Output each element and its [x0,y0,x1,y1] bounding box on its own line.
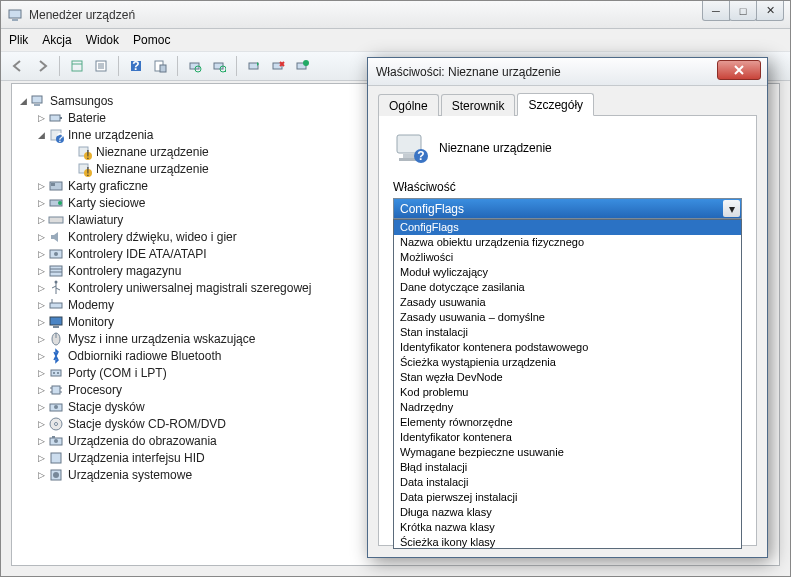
update-driver-button[interactable] [243,55,265,77]
show-hide-tree-button[interactable] [66,55,88,77]
tree-item-label: Procesory [68,383,122,397]
forward-button[interactable] [31,55,53,77]
svg-point-65 [54,439,58,443]
tab-general[interactable]: Ogólne [378,94,439,116]
dropdown-item[interactable]: Krótka nazwa klasy [394,520,741,535]
expand-icon[interactable]: ◢ [34,130,48,140]
svg-point-53 [53,372,55,374]
titlebar[interactable]: Menedżer urządzeń ─ □ ✕ [1,1,790,29]
expand-icon[interactable]: ▷ [34,436,48,446]
tree-item-label: Kontrolery IDE ATA/ATAPI [68,247,207,261]
expand-icon[interactable]: ▷ [34,266,48,276]
dropdown-item[interactable]: Kod problemu [394,385,741,400]
expand-icon[interactable]: ▷ [34,317,48,327]
svg-point-42 [54,252,58,256]
tree-item-label: Karty graficzne [68,179,148,193]
tree-item-label: Stacje dysków CD-ROM/DVD [68,417,226,431]
expand-icon[interactable]: ▷ [34,300,48,310]
tab-driver[interactable]: Sterownik [441,94,516,116]
svg-rect-37 [51,183,55,186]
dropdown-item[interactable]: Identyfikator kontenera podstawowego [394,340,741,355]
dropdown-item[interactable]: ConfigFlags [394,220,741,235]
expand-icon[interactable]: ▷ [34,215,48,225]
scan-hardware-button[interactable] [184,55,206,77]
dropdown-item[interactable]: Moduł wyliczający [394,265,741,280]
tab-details[interactable]: Szczegóły [517,93,594,116]
minimize-button[interactable]: ─ [702,1,730,21]
dropdown-item[interactable]: Nadrzędny [394,400,741,415]
dropdown-item[interactable]: Długa nazwa klasy [394,505,741,520]
svg-rect-48 [50,317,62,325]
menu-file[interactable]: Plik [9,33,28,47]
property-dropdown-list[interactable]: ConfigFlagsNazwa obiektu urządzenia fizy… [393,219,742,549]
uninstall-button[interactable] [267,55,289,77]
svg-rect-40 [49,217,63,223]
dialog-titlebar[interactable]: Właściwości: Nieznane urządzenie [368,58,767,86]
chevron-down-icon[interactable]: ▾ [723,200,740,217]
tree-item-label: Inne urządzenia [68,128,153,142]
svg-line-16 [225,71,226,72]
window-title: Menedżer urządzeń [29,8,784,22]
dropdown-item[interactable]: Ścieżka ikony klasy [394,535,741,549]
tree-item-label: Nieznane urządzenie [96,162,209,176]
expand-icon[interactable]: ▷ [34,419,48,429]
menu-help[interactable]: Pomoc [133,33,170,47]
menu-view[interactable]: Widok [86,33,119,47]
expand-icon[interactable]: ▷ [34,113,48,123]
svg-rect-66 [52,436,55,438]
expand-icon[interactable]: ▷ [34,351,48,361]
maximize-button[interactable]: □ [729,1,757,21]
dropdown-item[interactable]: Data pierwszej instalacji [394,490,741,505]
expand-icon[interactable]: ▷ [34,249,48,259]
expand-icon[interactable]: ▷ [34,198,48,208]
tree-item-label: Stacje dysków [68,400,145,414]
add-legacy-button[interactable] [208,55,230,77]
expand-icon[interactable]: ▷ [34,368,48,378]
expand-icon[interactable]: ▷ [34,334,48,344]
dropdown-item[interactable]: Zasady usuwania – domyślne [394,310,741,325]
properties-button[interactable] [90,55,112,77]
back-button[interactable] [7,55,29,77]
menu-action[interactable]: Akcja [42,33,71,47]
dropdown-item[interactable]: Stan instalacji [394,325,741,340]
expand-icon[interactable]: ▷ [34,232,48,242]
dropdown-item[interactable]: Stan węzła DevNode [394,370,741,385]
tree-item-label: Kontrolery dźwięku, wideo i gier [68,230,237,244]
expand-icon[interactable]: ▷ [34,453,48,463]
expand-icon[interactable]: ▷ [34,470,48,480]
dropdown-item[interactable]: Możliwości [394,250,741,265]
expand-icon[interactable]: ▷ [34,385,48,395]
dialog-close-button[interactable] [717,60,761,80]
expand-icon[interactable]: ◢ [16,96,30,106]
svg-rect-11 [160,65,166,72]
svg-point-61 [54,405,58,409]
combobox-selected[interactable]: ConfigFlags [393,198,742,219]
tree-item-label: Modemy [68,298,114,312]
device-icon: ? [393,130,429,166]
help-button[interactable]: ? [125,55,147,77]
expand-icon[interactable]: ▷ [34,283,48,293]
dropdown-item[interactable]: Dane dotyczące zasilania [394,280,741,295]
disable-button[interactable] [291,55,313,77]
property-combobox[interactable]: ConfigFlags ▾ ConfigFlagsNazwa obiektu u… [393,198,742,219]
dropdown-item[interactable]: Zasady usuwania [394,295,741,310]
action-button[interactable] [149,55,171,77]
close-button[interactable]: ✕ [756,1,784,21]
dropdown-item[interactable]: Elementy równorzędne [394,415,741,430]
dropdown-item[interactable]: Data instalacji [394,475,741,490]
dropdown-item[interactable]: Nazwa obiektu urządzenia fizycznego [394,235,741,250]
dropdown-item[interactable]: Identyfikator kontenera [394,430,741,445]
dropdown-item[interactable]: Błąd instalacji [394,460,741,475]
dropdown-item[interactable]: Ścieżka wystąpienia urządzenia [394,355,741,370]
svg-point-22 [303,60,309,66]
tree-item-label: Odbiorniki radiowe Bluetooth [68,349,221,363]
dialog-title: Właściwości: Nieznane urządzenie [376,65,561,79]
property-label: Właściwość [393,180,742,194]
svg-rect-67 [51,453,61,463]
expand-icon[interactable]: ▷ [34,181,48,191]
menubar: Plik Akcja Widok Pomoc [1,29,790,51]
tree-item-label: Klawiatury [68,213,123,227]
dropdown-item[interactable]: Wymagane bezpieczne usuwanie [394,445,741,460]
svg-rect-0 [9,10,21,18]
expand-icon[interactable]: ▷ [34,402,48,412]
